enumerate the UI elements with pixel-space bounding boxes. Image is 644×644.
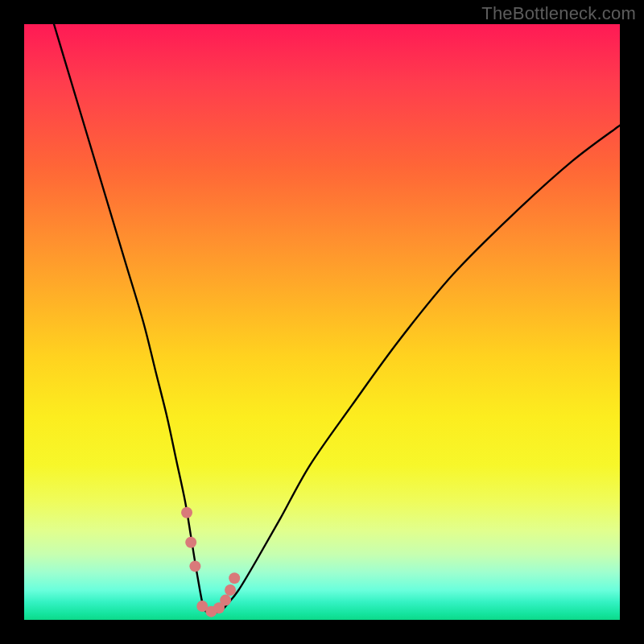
curve-marker	[229, 572, 240, 584]
curve-marker	[185, 537, 196, 548]
chart-frame: TheBottleneck.com	[0, 0, 644, 644]
curve-svg	[24, 24, 620, 620]
curve-marker	[225, 584, 236, 596]
watermark-text: TheBottleneck.com	[481, 3, 636, 24]
plot-area	[24, 24, 620, 620]
curve-layer	[24, 24, 620, 620]
bottleneck-curve	[54, 24, 620, 613]
curve-marker	[220, 595, 231, 606]
curve-marker	[181, 507, 192, 518]
curve-marker	[189, 560, 200, 572]
